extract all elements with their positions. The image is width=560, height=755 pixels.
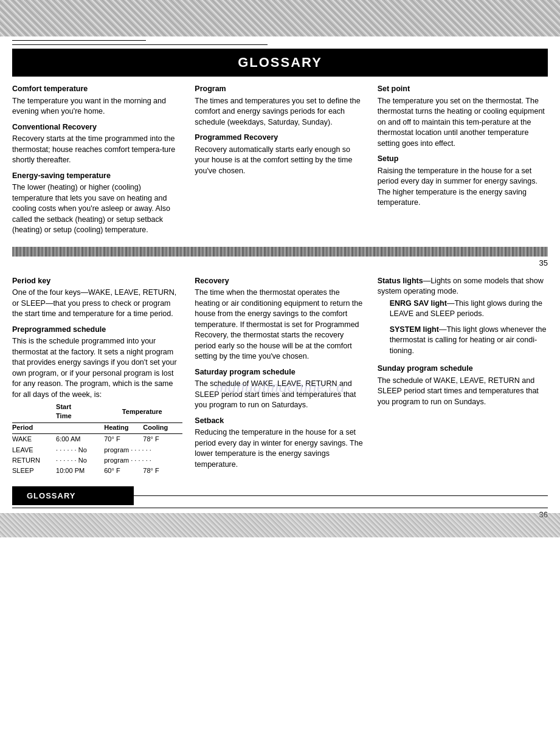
def-setup: Raising the temperature in the house for… <box>378 166 548 209</box>
term-saturday-schedule: Saturday program schedule <box>195 367 365 378</box>
schedule-temp-return: program · · · · · · <box>104 455 182 466</box>
status-lights-sub: ENRG SAV light—This light glows during t… <box>378 298 548 357</box>
term-conventional-recovery: Conventional Recovery <box>12 122 182 133</box>
schedule-row-wake: WAKE 6:00 AM 70° F 78° F <box>12 434 182 445</box>
page35-separator: 35 <box>12 247 548 257</box>
schedule-header-period: Period <box>12 422 56 433</box>
page36-col3: Status lights—Lights on some models that… <box>378 276 548 477</box>
term-sunday-schedule: Sunday program schedule <box>378 364 548 374</box>
page35-col1: Comfort temperature The temperature you … <box>12 84 182 238</box>
term-set-point: Set point <box>378 84 548 95</box>
page36-content: Period key One of the four keys—WAKE, LE… <box>0 260 560 481</box>
term-setback: Setback <box>195 416 365 427</box>
top-separator-lines <box>0 36 560 49</box>
def-conventional-recovery: Recovery starts at the time programmed i… <box>12 134 182 166</box>
preprogrammed-schedule-table: StartTime Temperature Period Heating Coo… <box>12 402 182 477</box>
schedule-header-cooling: Cooling <box>143 422 182 433</box>
page36-footer: GLOSSARY <box>12 486 548 505</box>
separator-line-medium <box>12 44 268 45</box>
term-program: Program <box>195 84 365 95</box>
schedule-col-temperature: Temperature <box>104 402 182 422</box>
schedule-header-heating: Heating <box>104 422 143 433</box>
schedule-row-sleep: SLEEP 10:00 PM 60° F 78° F <box>12 466 182 476</box>
term-status-lights: Status lights—Lights on some models that… <box>378 276 548 297</box>
separator-line-short <box>12 40 146 41</box>
def-programmed-recovery: Recovery automatically starts early enou… <box>195 145 365 177</box>
schedule-cooling-sleep: 78° F <box>143 466 182 476</box>
def-set-point: The temperature you set on the thermosta… <box>378 96 548 150</box>
def-preprogrammed-schedule: This is the schedule programmed into you… <box>12 336 182 400</box>
glossary-title: GLOSSARY <box>238 55 322 70</box>
schedule-heating-wake: 70° F <box>104 434 143 445</box>
page36-line <box>12 508 548 508</box>
separator-band <box>12 247 548 257</box>
bottom-texture-band <box>0 513 560 537</box>
term-preprogrammed-schedule: Preprogrammed schedule <box>12 325 182 336</box>
schedule-period-wake: WAKE <box>12 434 56 445</box>
term-recovery: Recovery <box>195 276 365 287</box>
def-comfort-temperature: The temperature you want in the morning … <box>12 96 182 117</box>
schedule-time-sleep: 10:00 PM <box>56 466 104 476</box>
schedule-row-return: RETURN · · · · · · No program · · · · · … <box>12 455 182 466</box>
schedule-row-leave: LEAVE · · · · · · No program · · · · · · <box>12 445 182 455</box>
page36-separator: 36 <box>12 508 548 508</box>
term-period-key: Period key <box>12 276 182 287</box>
schedule-time-leave: · · · · · · No <box>56 445 104 455</box>
def-program: The times and temperatures you set to de… <box>195 96 365 128</box>
schedule-temp-leave: program · · · · · · <box>104 445 182 455</box>
schedule-col-start: StartTime <box>56 402 104 422</box>
term-comfort-temperature: Comfort temperature <box>12 84 182 95</box>
schedule-period-leave: LEAVE <box>12 445 56 455</box>
schedule-period-sleep: SLEEP <box>12 466 56 476</box>
term-setup: Setup <box>378 154 548 165</box>
term-system-light: SYSTEM light—This light glows whenever t… <box>390 325 548 357</box>
schedule-period-return: RETURN <box>12 455 56 466</box>
page35-glossary-header: GLOSSARY <box>12 49 548 77</box>
page36-col2: Recovery The time when the thermostat op… <box>195 276 365 477</box>
page35-number: 35 <box>539 258 548 267</box>
schedule-heating-sleep: 60° F <box>104 466 143 476</box>
def-recovery: The time when the thermostat operates th… <box>195 288 365 362</box>
footer-line <box>134 495 548 496</box>
term-enrg-sav-light: ENRG SAV light—This light glows during t… <box>390 298 548 320</box>
glossary-footer-label: GLOSSARY <box>12 486 134 505</box>
term-energy-saving-temperature: Energy-saving temperature <box>12 171 182 182</box>
def-sunday-schedule: The schedule of WAKE, LEAVE, RETURN and … <box>378 376 548 408</box>
def-saturday-schedule: The schedule of WAKE, LEAVE, RETURN and … <box>195 379 365 411</box>
schedule-time-return: · · · · · · No <box>56 455 104 466</box>
def-energy-saving-temperature: The lower (heating) or higher (cooling) … <box>12 182 182 236</box>
top-texture-band <box>0 0 560 36</box>
page35-col3: Set point The temperature you set on the… <box>378 84 548 238</box>
term-programmed-recovery: Programmed Recovery <box>195 133 365 143</box>
schedule-col-period <box>12 402 56 422</box>
schedule-header-start-time <box>56 422 104 433</box>
schedule-time-wake: 6:00 AM <box>56 434 104 445</box>
page36-col1: Period key One of the four keys—WAKE, LE… <box>12 276 182 477</box>
page35-col2: Program The times and temperatures you s… <box>195 84 365 238</box>
def-setback: Reducing the temperature in the house fo… <box>195 427 365 470</box>
schedule-cooling-wake: 78° F <box>143 434 182 445</box>
page35-content: Comfort temperature The temperature you … <box>0 77 560 243</box>
def-period-key: One of the four keys—WAKE, LEAVE, RETURN… <box>12 288 182 320</box>
